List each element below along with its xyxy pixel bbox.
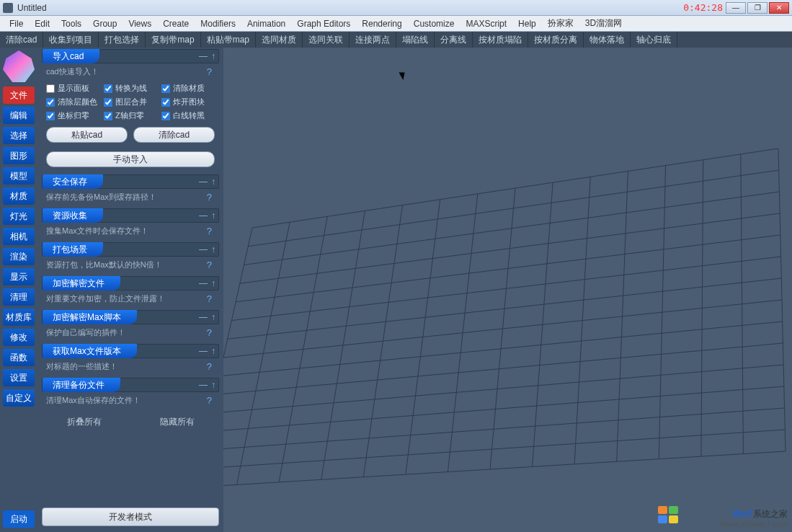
side-tab[interactable]: 显示: [3, 268, 35, 285]
pin-icon[interactable]: ↑: [208, 278, 218, 288]
maximize-button[interactable]: ❐: [747, 2, 767, 14]
checkbox-option[interactable]: Z轴归零: [104, 110, 157, 121]
toolbar-button[interactable]: 塌陷线: [396, 32, 435, 48]
toolbar-button[interactable]: 连接两点: [350, 32, 396, 48]
checkbox[interactable]: [161, 112, 170, 120]
toolbar-button[interactable]: 物体落地: [584, 32, 631, 48]
boot-button[interactable]: 启动: [3, 510, 35, 528]
checkbox[interactable]: [46, 84, 55, 93]
side-tab[interactable]: 自定义: [3, 389, 35, 407]
checkbox-option[interactable]: 炸开图块: [161, 97, 215, 107]
toolbar-button[interactable]: 选同材质: [256, 32, 303, 48]
close-button[interactable]: ✕: [769, 2, 789, 14]
checkbox-option[interactable]: 白线转黑: [161, 110, 215, 121]
collapse-icon[interactable]: —: [198, 278, 208, 288]
collapse-icon[interactable]: —: [198, 244, 208, 254]
menu-item[interactable]: Help: [513, 17, 541, 30]
paste-cad-button[interactable]: 粘贴cad: [46, 127, 128, 143]
minimize-button[interactable]: —: [726, 2, 746, 14]
menu-item[interactable]: Edit: [30, 17, 55, 30]
toolbar-button[interactable]: 分离线: [435, 32, 473, 48]
toolbar-button[interactable]: 选同关联: [303, 32, 350, 48]
checkbox-option[interactable]: 图层合并: [104, 97, 157, 107]
side-tab[interactable]: 渲染: [3, 248, 35, 265]
help-icon[interactable]: ?: [204, 361, 215, 372]
help-icon[interactable]: ?: [204, 293, 215, 304]
side-tab[interactable]: 设置: [3, 369, 35, 386]
menu-item[interactable]: Views: [123, 17, 156, 30]
side-tab[interactable]: 材质: [3, 187, 35, 205]
checkbox[interactable]: [46, 98, 55, 107]
menu-item[interactable]: Tools: [56, 17, 86, 30]
menu-item[interactable]: Group: [88, 17, 122, 30]
viewport[interactable]: Win7系统之家 Www.Winwin7.com: [223, 48, 792, 532]
menu-item[interactable]: File: [4, 17, 28, 30]
menu-item[interactable]: Animation: [242, 17, 290, 30]
side-tab[interactable]: 修改: [3, 329, 35, 346]
checkbox[interactable]: [104, 84, 112, 93]
toolbar-button[interactable]: 粘贴带map: [201, 32, 256, 48]
section-header[interactable]: 安全保存—↑: [42, 174, 219, 189]
toolbar-button[interactable]: 轴心归底: [631, 32, 677, 48]
help-icon[interactable]: ?: [204, 192, 215, 203]
checkbox-option[interactable]: 坐标归零: [46, 110, 99, 121]
toolbar-button[interactable]: 清除cad: [0, 32, 43, 48]
collapse-icon[interactable]: —: [198, 312, 208, 322]
section-header[interactable]: 打包场景—↑: [42, 242, 219, 257]
side-tab[interactable]: 材质库: [3, 309, 35, 326]
pin-icon[interactable]: ↑: [208, 177, 218, 187]
checkbox[interactable]: [161, 98, 170, 107]
section-header[interactable]: 资源收集—↑: [42, 208, 219, 223]
toolbar-button[interactable]: 打包选择: [99, 32, 146, 48]
menu-item[interactable]: Graph Editors: [292, 17, 355, 30]
side-tab[interactable]: 图形: [3, 147, 35, 164]
menu-item[interactable]: Rendering: [357, 17, 406, 30]
help-icon[interactable]: ?: [204, 395, 215, 406]
collapse-icon[interactable]: —: [198, 210, 208, 221]
pin-icon[interactable]: ↑: [208, 51, 218, 61]
toolbar-button[interactable]: 复制带map: [146, 32, 200, 48]
checkbox-option[interactable]: 清除材质: [161, 83, 215, 94]
section-header[interactable]: 获取Max文件版本—↑: [42, 344, 219, 358]
developer-mode-button[interactable]: 开发者模式: [42, 507, 219, 526]
menu-item[interactable]: Modifiers: [195, 17, 241, 30]
side-tab[interactable]: 选择: [3, 127, 35, 144]
hide-all-button[interactable]: 隐藏所有: [130, 416, 223, 428]
collapse-icon[interactable]: —: [198, 177, 208, 187]
clear-cad-button[interactable]: 清除cad: [133, 127, 215, 143]
checkbox[interactable]: [104, 98, 112, 107]
side-tab[interactable]: 函数: [3, 349, 35, 366]
collapse-icon[interactable]: —: [198, 51, 208, 61]
help-icon[interactable]: ?: [204, 260, 215, 270]
side-tab[interactable]: 相机: [3, 228, 35, 245]
menu-item[interactable]: 3D溜溜网: [580, 16, 627, 31]
manual-import-button[interactable]: 手动导入: [46, 151, 215, 167]
pin-icon[interactable]: ↑: [208, 210, 218, 221]
pin-icon[interactable]: ↑: [208, 380, 218, 390]
toolbar-button[interactable]: 收集到项目: [43, 32, 99, 48]
pin-icon[interactable]: ↑: [208, 346, 218, 356]
checkbox[interactable]: [161, 84, 170, 93]
collapse-icon[interactable]: —: [198, 346, 208, 356]
collapse-icon[interactable]: —: [198, 380, 208, 390]
checkbox-option[interactable]: 转换为线: [104, 83, 157, 94]
pin-icon[interactable]: ↑: [208, 312, 218, 322]
menu-item[interactable]: Customize: [409, 17, 460, 30]
checkbox-option[interactable]: 清除层颜色: [46, 97, 99, 107]
side-tab[interactable]: 模型: [3, 167, 35, 185]
section-header[interactable]: 加密解密Max脚本—↑: [42, 310, 219, 324]
section-header[interactable]: 加密解密文件—↑: [42, 276, 219, 291]
toolbar-button[interactable]: 按材质分离: [528, 32, 584, 48]
menu-item[interactable]: 扮家家: [543, 16, 579, 31]
toolbar-button[interactable]: 按材质塌陷: [473, 32, 528, 48]
menu-item[interactable]: MAXScript: [460, 17, 512, 30]
section-header[interactable]: 清理备份文件—↑: [42, 378, 219, 392]
menu-item[interactable]: Create: [158, 17, 194, 30]
checkbox-option[interactable]: 显示面板: [46, 83, 99, 94]
pin-icon[interactable]: ↑: [208, 244, 218, 254]
side-tab[interactable]: 文件: [3, 87, 35, 104]
collapse-all-button[interactable]: 折叠所有: [37, 416, 130, 428]
side-tab[interactable]: 灯光: [3, 208, 35, 225]
section-header-import-cad[interactable]: 导入cad — ↑: [42, 49, 219, 63]
side-tab[interactable]: 编辑: [3, 107, 35, 124]
